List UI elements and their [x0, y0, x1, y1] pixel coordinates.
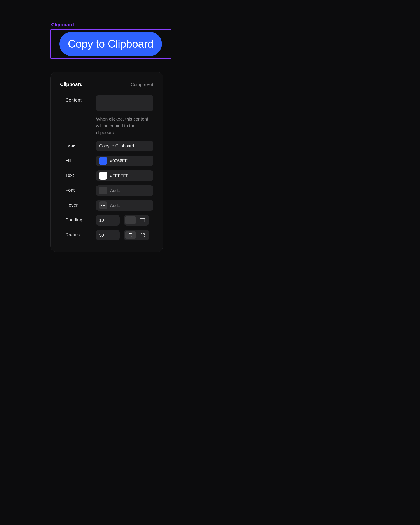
radius-value: 50: [99, 233, 104, 238]
ellipsis-icon: [99, 201, 107, 209]
font-placeholder: Add...: [110, 188, 121, 193]
type-icon: T: [99, 187, 107, 195]
padding-value: 10: [99, 218, 104, 223]
hover-placeholder: Add...: [110, 203, 121, 208]
square-icon: [129, 218, 132, 222]
label-value: Copy to Clipboard: [99, 143, 134, 149]
text-value: #FFFFFF: [110, 173, 128, 178]
radius-input[interactable]: 50: [96, 230, 120, 240]
padding-input[interactable]: 10: [96, 215, 120, 225]
sides-icon: [140, 218, 145, 223]
content-input[interactable]: [96, 95, 153, 111]
panel-type: Component: [131, 82, 153, 87]
label-label: Label: [60, 141, 96, 148]
panel-title: Clipboard: [60, 82, 83, 87]
radius-mode-corners[interactable]: [137, 231, 148, 239]
padding-mode-single[interactable]: [125, 216, 136, 225]
inspector-panel: Clipboard Component Content When clicked…: [50, 72, 163, 252]
font-input[interactable]: T Add...: [96, 185, 153, 196]
square-icon: [129, 234, 132, 237]
content-help: When clicked, this content will be copie…: [96, 116, 153, 136]
fill-label: Fill: [60, 156, 96, 163]
padding-mode-toggle[interactable]: [124, 215, 149, 225]
copy-button[interactable]: Copy to Clipboard: [59, 32, 162, 56]
fill-value: #0066FF: [110, 158, 128, 163]
font-label: Font: [60, 185, 96, 193]
fill-swatch[interactable]: [99, 157, 107, 165]
text-label: Text: [60, 170, 96, 178]
radius-mode-toggle[interactable]: [124, 230, 149, 240]
label-input[interactable]: Copy to Clipboard: [96, 141, 153, 151]
content-label: Content: [60, 95, 96, 103]
hover-label: Hover: [60, 200, 96, 208]
radius-mode-single[interactable]: [125, 231, 136, 239]
padding-mode-sides[interactable]: [137, 216, 148, 225]
selection-frame[interactable]: Copy to Clipboard: [50, 29, 171, 59]
selection-label: Clipboard: [50, 22, 164, 28]
text-input[interactable]: #FFFFFF: [96, 170, 153, 181]
fill-input[interactable]: #0066FF: [96, 156, 153, 166]
corners-icon: [141, 233, 145, 237]
radius-label: Radius: [60, 230, 96, 237]
text-swatch[interactable]: [99, 172, 107, 180]
hover-input[interactable]: Add...: [96, 200, 153, 211]
padding-label: Padding: [60, 215, 96, 223]
